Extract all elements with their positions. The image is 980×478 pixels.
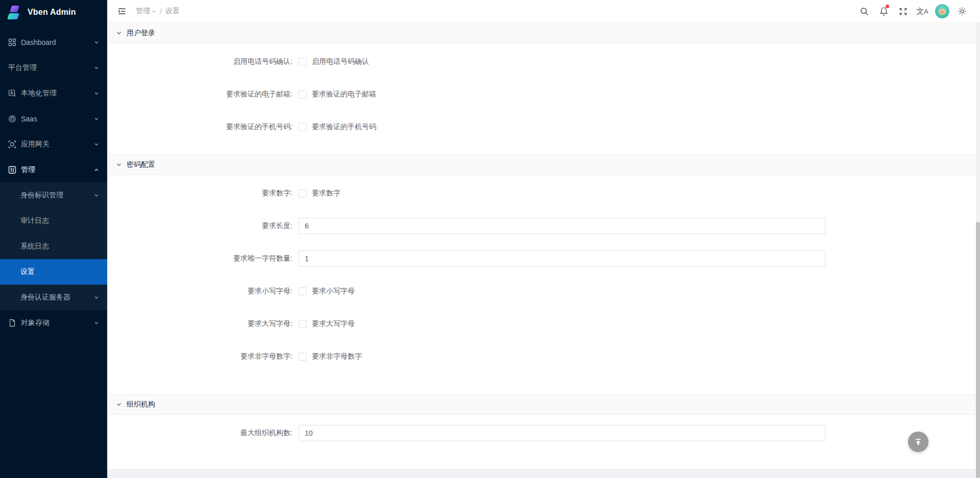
chevron-down-icon (94, 40, 99, 45)
scrollbar-thumb[interactable] (976, 222, 980, 478)
require-lowercase-checkbox[interactable] (299, 287, 307, 295)
avatar[interactable] (935, 4, 949, 18)
checkbox-label[interactable]: 启用电话号码确认 (312, 57, 369, 66)
max-org-units-input[interactable] (299, 425, 825, 441)
vben-logo-icon (7, 6, 22, 19)
form-label: 最大组织机构数: (107, 429, 299, 438)
sidebar-item-label: 设置 (20, 267, 99, 276)
checkbox-label[interactable]: 要求验证的电子邮箱 (312, 90, 376, 99)
back-to-top-button[interactable] (908, 432, 928, 452)
form-label: 要求唯一字符数量: (107, 254, 299, 263)
sidebar-item-settings[interactable]: 设置 (0, 259, 107, 285)
form-row-required-unique-chars: 要求唯一字符数量: (107, 250, 976, 267)
settings-page: 用户登录 启用电话号码确认: 启用电话号码确认 要求验证的电子邮箱: (107, 23, 980, 478)
sidebar-item-label: 应用网关 (21, 140, 94, 149)
phone-confirm-checkbox[interactable] (299, 58, 307, 66)
sidebar-item-label: Saas (21, 115, 94, 123)
chevron-down-icon (94, 116, 99, 121)
dashboard-icon (8, 38, 16, 46)
require-non-alphanumeric-checkbox[interactable] (299, 353, 307, 361)
verified-email-checkbox[interactable] (299, 90, 307, 98)
form-label: 要求非字母数字: (107, 352, 299, 361)
chevron-down-icon (152, 9, 156, 14)
sidebar-item-label: 审计日志 (20, 216, 99, 225)
sidebar-item-identity-resources[interactable]: 身份标识管理 (0, 183, 107, 208)
topbar: 管理 / 设置 (107, 0, 980, 23)
saas-icon (8, 115, 16, 123)
sidebar-item-dashboard[interactable]: Dashboard (0, 30, 107, 55)
checkbox-label[interactable]: 要求大写字母 (312, 319, 355, 329)
gateway-icon (8, 140, 16, 148)
chevron-down-icon (94, 320, 99, 325)
sidebar-item-localization[interactable]: 本地化管理 (0, 81, 107, 106)
settings-gear-icon[interactable] (952, 0, 972, 23)
sidebar-item-label: Dashboard (21, 38, 94, 46)
menu-fold-icon[interactable] (115, 5, 129, 18)
chevron-down-icon (116, 162, 122, 168)
sidebar: Vben Admin Dashboard 平台管理 (0, 0, 107, 478)
logo[interactable]: Vben Admin (0, 0, 107, 24)
main-area: 管理 / 设置 (107, 0, 980, 478)
breadcrumb-item-settings: 设置 (165, 7, 180, 16)
require-digit-checkbox[interactable] (299, 189, 307, 197)
translate-icon[interactable]: 文A (913, 0, 932, 23)
form-row-require-lowercase: 要求小写字母: 要求小写字母 (107, 283, 976, 299)
localization-icon (8, 89, 16, 97)
sidebar-item-identity-server[interactable]: 身份认证服务器 (0, 285, 107, 310)
breadcrumb-label: 设置 (165, 7, 180, 16)
chevron-down-icon (94, 65, 99, 70)
form-label: 要求数字: (107, 189, 299, 198)
logo-title: Vben Admin (28, 8, 76, 17)
form-label: 要求小写字母: (107, 287, 299, 296)
verified-phone-checkbox[interactable] (299, 123, 307, 131)
search-icon[interactable] (854, 0, 874, 23)
sidebar-item-label: 身份认证服务器 (20, 293, 94, 302)
chevron-down-icon (94, 193, 99, 198)
notification-badge (886, 5, 889, 8)
chevron-down-icon (94, 295, 99, 300)
section-body-organization: 最大组织机构数: (107, 415, 976, 469)
form-row-require-verified-phone: 要求验证的手机号码: 要求验证的手机号码 (107, 119, 976, 135)
chevron-down-icon (116, 30, 122, 36)
required-length-input[interactable] (299, 218, 825, 234)
form-label: 要求大写字母: (107, 319, 299, 329)
sidebar-item-label: 身份标识管理 (20, 191, 94, 200)
sidebar-item-label: 管理 (21, 165, 94, 174)
fullscreen-icon[interactable] (893, 0, 913, 23)
section-title: 组织机构 (127, 400, 155, 409)
sidebar-item-audit-logs[interactable]: 审计日志 (0, 208, 107, 234)
section-header-user-login[interactable]: 用户登录 (107, 23, 976, 43)
checkbox-label[interactable]: 要求小写字母 (312, 287, 355, 296)
section-body-user-login: 启用电话号码确认: 启用电话号码确认 要求验证的电子邮箱: 要求验证的电子邮箱 (107, 43, 976, 155)
form-row-max-org-units: 最大组织机构数: (107, 425, 976, 441)
checkbox-label[interactable]: 要求数字 (312, 189, 340, 198)
breadcrumb-item-management[interactable]: 管理 (136, 7, 156, 16)
checkbox-label[interactable]: 要求非字母数字 (312, 352, 362, 361)
section-header-organization[interactable]: 组织机构 (107, 394, 976, 415)
form-label: 启用电话号码确认: (107, 57, 299, 66)
sidebar-item-app-gateway[interactable]: 应用网关 (0, 132, 107, 157)
sidebar-item-saas[interactable]: Saas (0, 106, 107, 132)
sidebar-item-object-storage[interactable]: 对象存储 (0, 310, 107, 336)
checkbox-label[interactable]: 要求验证的手机号码 (312, 122, 376, 132)
vertical-scrollbar (976, 23, 980, 478)
sidebar-item-platform-mgmt[interactable]: 平台管理 (0, 55, 107, 81)
form-row-require-non-alphanumeric: 要求非字母数字: 要求非字母数字 (107, 348, 976, 365)
sidebar-item-label: 对象存储 (21, 318, 94, 328)
require-uppercase-checkbox[interactable] (299, 320, 307, 328)
chevron-down-icon (94, 142, 99, 147)
form-row-require-verified-email: 要求验证的电子邮箱: 要求验证的电子邮箱 (107, 86, 976, 103)
notification-bell-icon[interactable] (874, 0, 893, 23)
app-root: Vben Admin Dashboard 平台管理 (0, 0, 980, 478)
sidebar-item-system-logs[interactable]: 系统日志 (0, 234, 107, 259)
section-header-password-config[interactable]: 密码配置 (107, 155, 976, 175)
sidebar-item-label: 本地化管理 (21, 89, 94, 98)
back-to-top-icon (914, 437, 923, 446)
form-row-phone-confirm: 启用电话号码确认: 启用电话号码确认 (107, 54, 976, 70)
form-label: 要求长度: (107, 221, 299, 231)
management-submenu: 身份标识管理 审计日志 系统日志 设置 身份认证服务器 (0, 183, 107, 310)
sidebar-item-management[interactable]: 管理 (0, 157, 107, 183)
section-body-password-config: 要求数字: 要求数字 要求长度: 要求唯一字符数量: (107, 175, 976, 394)
required-unique-chars-input[interactable] (299, 250, 825, 267)
form-label: 要求验证的电子邮箱: (107, 90, 299, 99)
